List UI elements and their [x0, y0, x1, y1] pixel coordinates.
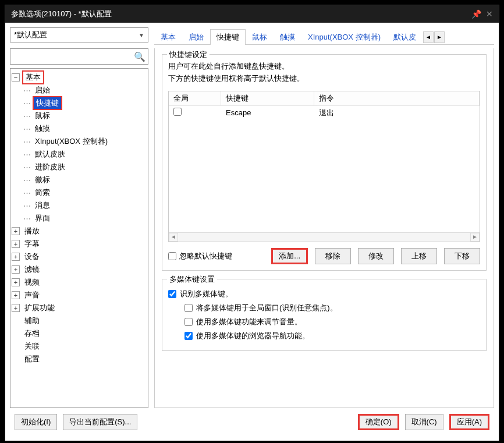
category-tree: − 基本 ⋯启始 ⋯快捷键 ⋯鼠标 ⋯触摸 ⋯XInput(XBOX 控制器) …	[10, 68, 148, 408]
multimedia-legend: 多媒体键设置	[167, 274, 217, 285]
row-key: Escape	[221, 107, 314, 118]
profile-dropdown[interactable]: *默认配置 ▼	[10, 27, 148, 42]
tree-archive[interactable]: 存档	[12, 327, 147, 340]
tree-extension[interactable]: +扩展功能	[12, 302, 147, 314]
tree-subtitle[interactable]: +字幕	[12, 238, 147, 250]
chevron-down-icon: ▼	[139, 32, 144, 38]
search-icon[interactable]: 🔍	[134, 51, 145, 62]
col-key[interactable]: 快捷键	[221, 91, 314, 105]
hotkey-actions: 忽略默认快捷键 添加... 移除 修改 上移 下移	[168, 248, 480, 264]
window-title: 参数选项(210107) - *默认配置	[11, 9, 112, 19]
tree-video[interactable]: +视频	[12, 276, 147, 289]
ignore-default-checkbox[interactable]: 忽略默认快捷键	[168, 251, 232, 261]
move-down-button[interactable]: 下移	[444, 248, 480, 264]
tab-xinput[interactable]: XInput(XBOX 控制器)	[301, 29, 387, 45]
body: *默认配置 ▼ 基本 启始 快捷键 鼠标 触摸 XInput(XBOX 控制器)…	[5, 23, 499, 441]
tree-default-skin[interactable]: ⋯默认皮肤	[12, 148, 147, 161]
expand-icon[interactable]: +	[12, 265, 20, 274]
tab-scroll-right-icon[interactable]: ►	[434, 31, 445, 43]
expand-icon[interactable]: +	[12, 304, 20, 312]
collapse-icon[interactable]: −	[12, 73, 20, 81]
tab-bar: 基本 启始 快捷键 鼠标 触摸 XInput(XBOX 控制器) 默认皮 ◄ ►	[154, 27, 494, 45]
move-up-button[interactable]: 上移	[401, 248, 437, 264]
remove-button[interactable]: 移除	[315, 248, 351, 264]
expand-icon[interactable]: +	[12, 253, 20, 261]
cancel-button[interactable]: 取消(C)	[405, 414, 443, 430]
tree-label-basic: 基本	[22, 70, 44, 84]
preferences-window: 参数选项(210107) - *默认配置 📌 ✕ *默认配置 ▼ 基本 启始 快…	[5, 5, 499, 441]
table-row[interactable]: Escape 退出	[169, 106, 480, 120]
tree-playback[interactable]: +播放	[12, 225, 147, 238]
footer: 初始化(I) 导出当前配置(S)... 确定(O) 取消(C) 应用(A)	[10, 408, 494, 436]
scroll-left-icon[interactable]: ◄	[169, 233, 178, 242]
tree-message[interactable]: ⋯消息	[12, 199, 147, 212]
col-command[interactable]: 指令	[314, 91, 480, 105]
left-panel: 🔍 − 基本 ⋯启始 ⋯快捷键 ⋯鼠标 ⋯触摸 ⋯XInput(XBOX 控制器…	[10, 48, 148, 408]
ok-button[interactable]: 确定(O)	[358, 414, 399, 430]
tree-assist[interactable]: 辅助	[12, 314, 147, 327]
profile-dropdown-value: *默认配置	[14, 30, 47, 40]
table-body: Escape 退出	[169, 106, 480, 232]
tree-filter[interactable]: +滤镜	[12, 263, 147, 276]
search-box: 🔍	[10, 48, 148, 65]
row-global-checkbox[interactable]	[173, 108, 182, 116]
tree-advanced-skin[interactable]: ⋯进阶皮肤	[12, 161, 147, 173]
expand-icon[interactable]: +	[12, 227, 20, 235]
scroll-right-icon[interactable]: ►	[470, 233, 480, 242]
tab-scroll-left-icon[interactable]: ◄	[423, 31, 434, 43]
titlebar: 参数选项(210107) - *默认配置 📌 ✕	[5, 5, 499, 23]
hotkey-desc: 用户可在此处自行添加键盘快捷键。 下方的快捷键使用权将高于默认快捷键。	[168, 61, 480, 85]
tree-associate[interactable]: 关联	[12, 340, 147, 353]
table-header: 全局 快捷键 指令	[169, 91, 480, 106]
tree-basic[interactable]: − 基本	[12, 71, 147, 84]
modify-button[interactable]: 修改	[358, 248, 394, 264]
tree-brief[interactable]: ⋯简索	[12, 186, 147, 199]
hotkey-table: 全局 快捷键 指令 Escape 退出	[168, 91, 480, 242]
export-button[interactable]: 导出当前配置(S)...	[63, 414, 137, 430]
tree-mouse[interactable]: ⋯鼠标	[12, 109, 147, 122]
pin-icon[interactable]: 📌	[471, 9, 481, 19]
recognize-mmkeys-checkbox[interactable]: 识别多媒体键。	[168, 289, 480, 299]
tab-hotkey[interactable]: 快捷键	[210, 29, 246, 45]
mmkeys-volume-checkbox[interactable]: 使用多媒体键功能来调节音量。	[168, 317, 480, 327]
tab-basic[interactable]: 基本	[154, 29, 182, 45]
hscrollbar[interactable]: ◄ ►	[169, 232, 480, 242]
apply-button[interactable]: 应用(A)	[449, 414, 489, 430]
add-button[interactable]: 添加...	[271, 248, 308, 264]
tree-config[interactable]: 配置	[12, 353, 147, 366]
tree-label-hotkey: 快捷键	[33, 96, 62, 110]
tree-ui[interactable]: ⋯界面	[12, 212, 147, 225]
mmkeys-browser-nav-checkbox[interactable]: 使用多媒体键的浏览器导航功能。	[168, 331, 480, 341]
expand-icon[interactable]: +	[12, 291, 20, 299]
tab-skin[interactable]: 默认皮	[387, 29, 423, 45]
tree-touch[interactable]: ⋯触摸	[12, 122, 147, 135]
hotkey-legend: 快捷键设定	[167, 49, 210, 60]
hotkey-fieldset: 快捷键设定 用户可在此处自行添加键盘快捷键。 下方的快捷键使用权将高于默认快捷键…	[162, 54, 487, 271]
expand-icon[interactable]: +	[12, 240, 20, 248]
expand-icon[interactable]: +	[12, 278, 20, 286]
right-panel: 快捷键设定 用户可在此处自行添加键盘快捷键。 下方的快捷键使用权将高于默认快捷键…	[154, 48, 494, 408]
search-input[interactable]	[13, 52, 134, 61]
tree-xinput[interactable]: ⋯XInput(XBOX 控制器)	[12, 135, 147, 148]
tree-hotkey[interactable]: ⋯快捷键	[12, 97, 147, 109]
tree-start[interactable]: ⋯启始	[12, 84, 147, 97]
close-icon[interactable]: ✕	[486, 9, 493, 19]
tab-mouse[interactable]: 鼠标	[246, 29, 274, 45]
init-button[interactable]: 初始化(I)	[15, 414, 57, 430]
tree-badge[interactable]: ⋯徽标	[12, 173, 147, 186]
col-global[interactable]: 全局	[169, 91, 221, 105]
tab-start[interactable]: 启始	[182, 29, 210, 45]
mmkeys-global-checkbox[interactable]: 将多媒体键用于全局窗口(识别任意焦点)。	[168, 303, 480, 313]
tab-touch[interactable]: 触摸	[274, 29, 301, 45]
tree-device[interactable]: +设备	[12, 250, 147, 263]
tree-audio[interactable]: +声音	[12, 289, 147, 302]
row-command: 退出	[314, 107, 480, 119]
multimedia-fieldset: 多媒体键设置 识别多媒体键。 将多媒体键用于全局窗口(识别任意焦点)。 使用多媒…	[162, 279, 487, 351]
